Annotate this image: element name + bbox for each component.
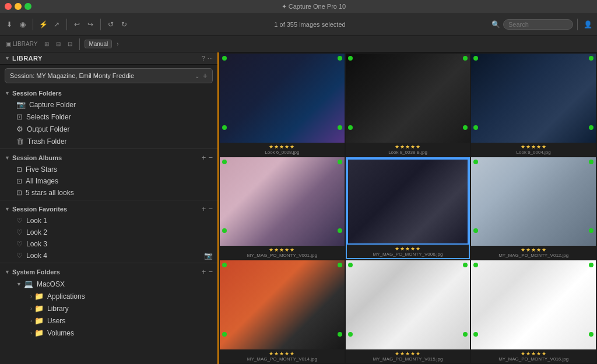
session-add-icon[interactable]: + [203,71,208,80]
zoom-icon[interactable]: 🔍 [490,19,501,30]
rotate-right-icon[interactable]: ↻ [118,19,130,30]
photo-meta-5: ★★★★★ MY_MAG_PO_MONTY_V006.jpg [347,245,469,258]
applications-item[interactable]: › 📁 Applications [0,290,217,302]
library-folder-item[interactable]: › 📁 Library [0,302,217,314]
look1-item[interactable]: ♡ Look 1 [0,215,217,227]
photo-2-dot-tr [463,56,468,61]
photo-image-2 [346,54,470,143]
session-folders-header[interactable]: ▼ Session Folders [0,87,217,98]
selects-folder-label: Selects Folder [26,113,71,121]
photo-cell-1[interactable]: ★★★★★ Look 6_0028.jpg [220,54,345,156]
maximize-button[interactable] [24,3,31,10]
capture-icon[interactable]: ◉ [17,19,29,30]
session-selector[interactable]: Session: MY Magazine, Emil Monty Freddie… [5,68,213,83]
photo-cell-2[interactable]: ★★★★★ Look 8_0038 B.jpg [346,54,470,156]
five-stars-album[interactable]: ⊡ Five Stars [0,164,217,175]
library-chevron[interactable]: ▼ [5,55,10,61]
session-favorites-title: Session Favorites [12,206,202,213]
look4-item[interactable]: ♡ Look 4 📷 [0,250,217,261]
sidebar-more-icon[interactable]: ··· [208,55,213,62]
capture-folder-label: Capture Folder [29,101,76,109]
five-stars-label: Five Stars [26,165,57,174]
photo-meta-4: ★★★★★ MY_MAG_PO_MONTY_V001.jpg [220,246,345,259]
photo-cell-3[interactable]: ★★★★★ Look 9_0004.jpg [471,54,596,156]
system-add-icon[interactable]: + [202,267,206,276]
photo-7-name: MY_MAG_PO_MONTY_V014.jpg [247,356,317,362]
system-folders-header[interactable]: ▼ System Folders + − [0,264,217,278]
photo-cell-4[interactable]: ★★★★★ MY_MAG_PO_MONTY_V001.jpg [220,157,345,260]
rotate-left-icon[interactable]: ↺ [105,19,117,30]
photo-9-dot-br [589,332,594,337]
photo-1-name: Look 6_0028.jpg [265,150,299,155]
output-folder-item[interactable]: ⚙ Output Folder [0,123,217,135]
five-stars-looks-icon: ⊡ [16,189,22,197]
toolbar-separator-4 [577,19,578,30]
capture-folder-item[interactable]: 📷 Capture Folder [0,98,217,111]
sidebar-header-icons: ? ··· [202,55,213,62]
albums-add-icon[interactable]: + [202,153,206,162]
photo-3-dot-br [589,125,594,130]
tb2-right-arrow[interactable]: › [114,40,121,48]
library-folder-label: Library [47,305,69,313]
export-icon[interactable]: ↗ [51,19,62,30]
import-icon[interactable]: ⬇ [3,19,15,30]
system-folders-chevron: ▼ [5,269,10,275]
all-images-album[interactable]: ⊡ All Images [0,175,217,187]
photo-2-stars: ★★★★★ [395,144,421,150]
selects-folder-item[interactable]: ⊡ Selects Folder [0,111,217,123]
photo-7-dot-tr [338,263,342,267]
redo-icon[interactable]: ↪ [85,19,96,30]
photo-cell-8[interactable]: ★★★★★ MY_MAG_PO_MONTY_V015.jpg [346,260,470,363]
main-toolbar: ⬇ ◉ ⚡ ↗ ↩ ↪ ↺ ↻ 1 of 355 images selected… [0,13,597,36]
photo-image-8 [346,260,470,349]
library-toggle[interactable]: ▣ LIBRARY [3,40,40,48]
albums-remove-icon[interactable]: − [208,153,213,162]
mode-selector[interactable]: Manual [85,40,112,48]
volumes-item[interactable]: › 📁 Volumes [0,327,217,339]
photo-6-name: MY_MAG_PO_MONTY_V012.jpg [498,253,568,258]
user-icon[interactable]: 👤 [582,19,594,30]
photo-cell-7[interactable]: ★★★★★ MY_MAG_PO_MONTY_V014.jpg [220,260,345,363]
photo-4-dot-bl [222,228,227,233]
favorites-remove-icon[interactable]: − [208,204,213,213]
photo-9-name: MY_MAG_PO_MONTY_V016.jpg [498,356,568,362]
sidebar-help-icon[interactable]: ? [202,55,205,62]
session-albums-header[interactable]: ▼ Session Albums + − [0,150,217,164]
photo-1-stars: ★★★★★ [269,144,295,150]
macosx-item[interactable]: ▼ 💻 MacOSX [0,278,217,290]
session-favorites-chevron: ▼ [5,206,10,212]
single-view-icon[interactable]: ⊡ [65,40,75,48]
tb2-sep [79,38,80,50]
process-icon[interactable]: ⚡ [37,19,49,30]
toolbar-separator-3 [100,19,101,30]
photo-4-dot-br [338,228,342,233]
photo-8-dot-bl [348,332,353,337]
photo-7-stars: ★★★★★ [269,351,295,356]
photo-meta-2: ★★★★★ Look 8_0038 B.jpg [346,143,470,156]
grid-view-icon[interactable]: ⊞ [42,40,51,48]
favorites-add-icon[interactable]: + [202,204,206,213]
search-input[interactable] [503,19,573,30]
photo-4-dot-tl [222,160,227,164]
photo-7-dot-br [338,332,342,337]
divider-3 [0,263,217,263]
look2-item[interactable]: ♡ Look 2 [0,227,217,238]
users-item[interactable]: › 📁 Users [0,314,217,327]
look4-heart-icon: ♡ [16,252,23,260]
minimize-button[interactable] [15,3,22,10]
five-stars-looks-album[interactable]: ⊡ 5 stars all looks [0,187,217,199]
photo-1-dot-bl [222,125,227,130]
session-favorites-header[interactable]: ▼ Session Favorites + − [0,202,217,215]
photo-cell-6[interactable]: ★★★★★ MY_MAG_PO_MONTY_V012.jpg [471,157,596,260]
undo-icon[interactable]: ↩ [71,19,83,30]
filmstrip-icon[interactable]: ⊟ [54,40,63,48]
close-button[interactable] [5,3,12,10]
macosx-chevron: ▼ [16,281,22,287]
photo-cell-5[interactable]: ★★★★★ MY_MAG_PO_MONTY_V006.jpg [346,157,470,260]
applications-chevron: › [30,294,32,299]
photo-cell-9[interactable]: ★★★★★ MY_MAG_PO_MONTY_V016.jpg [471,260,596,363]
photo-2-dot-bl [348,125,353,130]
look3-item[interactable]: ♡ Look 3 [0,238,217,250]
trash-folder-item[interactable]: 🗑 Trash Folder [0,135,217,147]
system-remove-icon[interactable]: − [208,267,213,276]
